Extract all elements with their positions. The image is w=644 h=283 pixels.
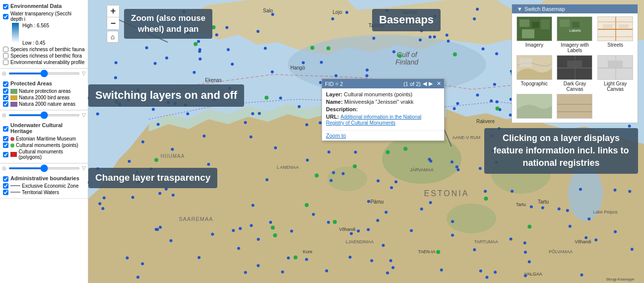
cultural-points-checkbox[interactable]	[3, 142, 8, 148]
popup-url-field: URL: Additional information in the Natio…	[326, 114, 440, 126]
protected-areas-group[interactable]: Protected Areas	[3, 80, 85, 87]
popup-close[interactable]: ✕	[437, 80, 441, 87]
underwater-transparency-slider-row[interactable]: ◎ ▽	[0, 163, 88, 172]
basemap-dark-gray[interactable]: Dark Gray Canvas	[556, 55, 594, 92]
water-transparency-checkbox[interactable]	[3, 14, 8, 19]
cultural-polygons-checkbox[interactable]	[3, 152, 8, 157]
popup-url-link[interactable]: Additional information in the National R…	[326, 114, 421, 126]
zoom-out-button[interactable]: −	[107, 17, 119, 29]
estonian-maritime-label: Estonian Maritime Museum	[16, 136, 76, 142]
nature-protection-icon	[10, 89, 17, 94]
territorial-waters-layer[interactable]: Territorial Waters	[3, 190, 85, 195]
natura-bird-checkbox[interactable]	[3, 95, 8, 100]
basemap-streets[interactable]: Streets	[596, 16, 635, 53]
svg-text:Võhandi: Võhandi	[575, 239, 591, 244]
svg-rect-50	[572, 22, 580, 28]
popup-nav: (1 of 2) ◀ ▶ ✕	[403, 80, 441, 87]
estonian-maritime-icon	[10, 137, 14, 141]
cultural-polygons-label: Cultural monuments (polygons)	[18, 149, 85, 160]
protected-areas-title: Protected Areas	[10, 80, 52, 86]
nature-protection-layer[interactable]: Nature protection areas	[3, 88, 85, 94]
basemap-imagery-labels[interactable]: Labels Imagery with Labels	[556, 16, 594, 53]
benthic-flora-checkbox[interactable]	[3, 53, 8, 59]
popup-body: Layer: Cultural monuments (points) Name:…	[322, 88, 444, 130]
admin-boundaries-checkbox[interactable]	[3, 176, 8, 182]
slider-icon-left3: ◎	[2, 165, 6, 171]
water-legend: High : 6.565 Low : 0.45	[12, 23, 85, 46]
transparency-annotation: Change layer trasparency	[88, 168, 217, 188]
basemap-panel: ▼ Switch Basemap Imagery	[512, 4, 638, 123]
svg-text:Võhandi: Võhandi	[339, 227, 355, 232]
env-data-checkbox[interactable]	[3, 4, 8, 9]
svg-text:ESTONIA: ESTONIA	[424, 189, 469, 198]
popup-name-label: Name:	[326, 99, 344, 105]
territorial-waters-checkbox[interactable]	[3, 190, 8, 195]
natura-nature-checkbox[interactable]	[3, 101, 8, 107]
svg-rect-60	[519, 58, 532, 67]
basemap-light-gray[interactable]: Light Gray Canvas	[596, 55, 635, 92]
cultural-polygons-layer[interactable]: Cultural monuments (polygons)	[3, 149, 85, 160]
svg-rect-68	[608, 61, 623, 68]
underwater-cultural-group[interactable]: Underwater Cultural Heritage	[3, 122, 85, 135]
basemap-extra2[interactable]	[556, 94, 594, 120]
nature-protection-checkbox[interactable]	[3, 88, 8, 94]
benthic-flora-layer[interactable]: Species richness of benthic flora	[3, 53, 85, 59]
svg-rect-45	[541, 19, 550, 29]
left-panel: Environmental Data Water transparency (S…	[0, 0, 88, 283]
popup-nav-right[interactable]: ▶	[429, 80, 433, 87]
basemap-grid: Imagery Labels Imagery with Labels	[512, 13, 638, 123]
zoom-in-button[interactable]: +	[107, 5, 119, 17]
popup-header: FID = 2 (1 of 2) ◀ ▶ ✕	[322, 79, 444, 88]
env-transparency-slider[interactable]	[8, 72, 80, 74]
benthic-fauna-layer[interactable]: Species richness of benthic fauna	[3, 47, 85, 52]
cultural-points-label: Cultural monuments (points)	[16, 142, 78, 148]
svg-text:Lojo: Lojo	[333, 9, 342, 15]
exclusive-economic-checkbox[interactable]	[3, 183, 8, 189]
slider-icon-left: ◎	[2, 71, 6, 76]
basemap-collapse-icon: ▼	[517, 6, 522, 12]
basemap-title: Switch Basemap	[524, 6, 565, 12]
admin-boundaries-section: Administrative boundaries Exclusive Econ…	[0, 172, 88, 199]
home-button[interactable]: ⌂	[107, 31, 119, 43]
popup-nav-left[interactable]: ◀	[423, 80, 427, 87]
basemap-extra1[interactable]	[515, 94, 554, 120]
cultural-points-layer[interactable]: Cultural monuments (points)	[3, 142, 85, 148]
basemap-imagery[interactable]: Imagery	[515, 16, 554, 53]
benthic-fauna-checkbox[interactable]	[3, 47, 8, 52]
popup-zoom-link[interactable]: Zoom to	[326, 133, 346, 139]
env-vulnerability-checkbox[interactable]	[3, 60, 8, 65]
estonian-maritime-checkbox[interactable]	[3, 136, 8, 142]
protected-transparency-slider[interactable]	[8, 114, 80, 116]
svg-text:Ekenas: Ekenas	[205, 77, 221, 83]
cultural-polygons-icon	[10, 152, 17, 157]
admin-boundaries-title: Administrative boundaries	[10, 175, 79, 181]
water-transparency-layer[interactable]: Water transparency (Secchi depth i	[3, 11, 85, 22]
svg-text:Gulf of: Gulf of	[396, 51, 418, 59]
svg-rect-70	[557, 94, 592, 119]
basemap-header[interactable]: ▼ Switch Basemap	[512, 4, 638, 13]
env-data-layer-group[interactable]: Environmental Data	[3, 3, 85, 10]
natura-bird-layer[interactable]: Natura 2000 bird areas	[3, 95, 85, 100]
exclusive-economic-layer[interactable]: Exclusive Economic Zone	[3, 183, 85, 189]
svg-rect-49	[560, 19, 570, 27]
basemap-topographic[interactable]: Topographic	[515, 55, 554, 92]
protected-areas-checkbox[interactable]	[3, 81, 8, 87]
basemap-imagery-thumb	[516, 16, 552, 41]
svg-text:Tartu: Tartu	[516, 202, 526, 207]
svg-text:Lake Peipus: Lake Peipus	[593, 210, 618, 214]
natura-nature-layer[interactable]: Natura 2000 nature areas	[3, 101, 85, 107]
underwater-transparency-slider[interactable]	[8, 167, 80, 169]
zoom-annotation: Zoom (also mouse wheel) and pan	[124, 9, 212, 39]
env-transparency-slider-row[interactable]: ◎ ▽	[0, 69, 88, 77]
protected-areas-section: Protected Areas Nature protection areas …	[0, 77, 88, 110]
underwater-cultural-checkbox[interactable]	[3, 126, 8, 132]
estonian-maritime-layer[interactable]: Estonian Maritime Museum	[3, 136, 85, 142]
benthic-flora-label: Species richness of benthic flora	[10, 53, 82, 59]
switching-annotation-text: Switching layers on and off	[95, 89, 237, 101]
popup-fid: FID = 2	[325, 81, 343, 87]
info-popup: FID = 2 (1 of 2) ◀ ▶ ✕ Layer: Cultural m…	[322, 78, 445, 141]
admin-boundaries-group[interactable]: Administrative boundaries	[3, 175, 85, 182]
slider-icon-left2: ◎	[2, 112, 6, 118]
env-vulnerability-layer[interactable]: Environmental vulnerability profile	[3, 60, 85, 65]
protected-transparency-slider-row[interactable]: ◎ ▽	[0, 110, 88, 119]
